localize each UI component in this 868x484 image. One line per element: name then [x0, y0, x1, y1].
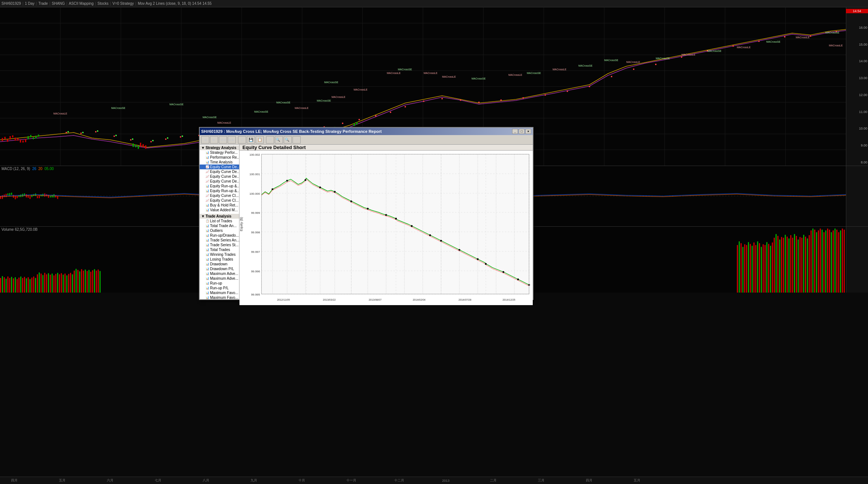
close-button[interactable]: × [525, 129, 531, 134]
tree-item-label-0: Strategy Perfor... [210, 151, 238, 155]
tree-item-equity-curve-2[interactable]: 📈 Equity Curve De... [200, 169, 239, 174]
svg-rect-160 [44, 273, 45, 293]
tree-item-max-adv-2[interactable]: 📊 Maximum Adve... [200, 276, 239, 281]
svg-rect-143 [13, 278, 14, 293]
svg-rect-206 [764, 245, 766, 293]
svg-text:100.001: 100.001 [249, 173, 260, 176]
tree-item-list-trades[interactable]: 📋 List of Trades [200, 219, 239, 223]
toolbar-btn-2[interactable]: ▶ [210, 136, 218, 144]
svg-point-96 [115, 135, 117, 136]
svg-rect-240 [827, 229, 828, 293]
toolbar-btn-8[interactable]: ⚙ [266, 136, 274, 144]
svg-rect-172 [66, 275, 67, 293]
tree-item-total-trades[interactable]: 📊 Total Trades [200, 247, 239, 252]
tree-item-equity-cl-2[interactable]: 📈 Equity Curve Cl... [200, 198, 239, 203]
tree-icon-10: 📈 [206, 199, 209, 202]
toolbar-btn-5[interactable]: 🖨 [238, 136, 246, 144]
svg-text:99.998: 99.998 [251, 231, 260, 234]
svg-rect-214 [779, 240, 780, 293]
tree-item-max-fav-1[interactable]: 📊 Maximum Favo... [200, 290, 239, 295]
toolbar-btn-11[interactable]: ↺ [293, 136, 301, 144]
tree-item-time-analysis[interactable]: 📊 Time Analysis [200, 160, 239, 165]
svg-rect-194 [742, 247, 743, 293]
svg-rect-237 [822, 230, 823, 293]
strategy-sidebar[interactable]: ▼ Strategy Analysis 📊 Strategy Perfor...… [200, 145, 239, 299]
strategy-performance-window: SH#601929 : MovAvg Cross LE; MovAvg Cros… [199, 127, 533, 300]
tree-item-equity-curve-1[interactable]: 📈 Equity Curve De... [200, 165, 239, 169]
svg-text:100.000: 100.000 [249, 192, 260, 195]
tree-icon-8: 📊 [206, 189, 209, 192]
minimize-button[interactable]: _ [512, 129, 518, 134]
strategy-titlebar[interactable]: SH#601929 : MovAvg Cross LE; MovAvg Cros… [200, 128, 533, 135]
svg-rect-150 [26, 278, 27, 293]
tree-item-trade-series-2[interactable]: 📊 Trade Series St... [200, 243, 239, 247]
svg-rect-168 [59, 274, 60, 293]
tree-icon-1: 📊 [206, 156, 209, 159]
strategy-analysis-section: ▼ Strategy Analysis 📊 Strategy Perfor...… [200, 145, 239, 213]
tree-icon-4: 📈 [206, 170, 209, 173]
tree-item-total-trade-an[interactable]: 📊 Total Trade An... [200, 223, 239, 228]
tree-item-equity-runup-1[interactable]: 📊 Equity Run-up &... [200, 184, 239, 188]
tree-item-label-5: Equity Curve De... [210, 174, 239, 179]
price-y-axis: 17.00 16.00 15.00 14.54 14.00 13.00 12.0… [846, 7, 868, 166]
svg-rect-24 [7, 139, 8, 142]
price-level-9: 9.00 [847, 144, 867, 147]
tree-item-equity-cl-1[interactable]: 📈 Equity Curve Cl... [200, 193, 239, 198]
market-label: SHANG [52, 1, 65, 6]
trade-annotation: MACrossSE [604, 59, 618, 61]
toolbar-btn-7[interactable]: 📋 [256, 136, 264, 144]
strategy-analysis-header[interactable]: ▼ Strategy Analysis [200, 145, 239, 150]
svg-point-80 [545, 94, 546, 96]
svg-rect-137 [2, 276, 3, 293]
tree-item-strategy-perf[interactable]: 📊 Strategy Perfor... [200, 150, 239, 155]
toolbar-btn-4[interactable]: ▶▶ [228, 136, 236, 144]
tree-item-runup-pl[interactable]: 📊 Run-up P/L [200, 286, 239, 290]
svg-rect-198 [750, 244, 751, 293]
svg-rect-51 [354, 123, 355, 126]
tree-item-runup-drawdown[interactable]: 📊 Run-up/Drawdo... [200, 233, 239, 238]
tree-item-equity-curve-3[interactable]: 📈 Equity Curve De... [200, 174, 239, 179]
tree-item-label-8: Equity Run-up &... [210, 189, 239, 193]
toolbar-btn-9[interactable]: 🔍+ [275, 136, 283, 144]
tree-item-equity-curve-4[interactable]: 📈 Equity Curve De... [200, 179, 239, 184]
window-controls[interactable]: _ □ × [512, 129, 531, 134]
trade-annotation: MACrossSE [766, 40, 780, 43]
tree-item-buy-hold[interactable]: 📊 Buy & Hold Ret... [200, 203, 239, 208]
tree-item-outliers[interactable]: 📊 Outliers [200, 228, 239, 233]
svg-rect-38 [28, 136, 29, 139]
svg-point-90 [784, 36, 785, 38]
trade-analysis-header[interactable]: ▼ Trade Analysis [200, 214, 239, 219]
svg-rect-208 [768, 244, 769, 293]
tree-item-winning-trades[interactable]: 📊 Winning Trades [200, 252, 239, 257]
tree-item-losing-trades[interactable]: 📊 Losing Trades [200, 257, 239, 262]
svg-point-77 [478, 102, 480, 103]
tree-item-value-added[interactable]: 📊 Value Added M... [200, 208, 239, 212]
maximize-button[interactable]: □ [519, 129, 525, 134]
price-level-2: 16.00 [847, 26, 867, 29]
svg-rect-215 [781, 237, 782, 293]
svg-rect-148 [22, 278, 23, 293]
svg-point-297 [503, 271, 504, 273]
tree-item-max-adv-1[interactable]: 📊 Maximum Adve... [200, 271, 239, 276]
svg-point-73 [405, 106, 406, 107]
tree-item-drawdown[interactable]: 📊 Drawdown [200, 262, 239, 266]
toolbar-btn-10[interactable]: 🔍- [284, 136, 292, 144]
svg-rect-173 [68, 274, 69, 293]
toolbar-btn-6[interactable]: 💾 [247, 136, 255, 144]
toolbar-btn-1[interactable]: ◀ [201, 136, 209, 144]
tree-item-perf-report[interactable]: 📊 Performance Re... [200, 155, 239, 160]
tree-item-runup[interactable]: 📊 Run-up [200, 281, 239, 286]
toolbar-btn-3[interactable]: ◀◀ [219, 136, 227, 144]
tree-item-equity-runup-2[interactable]: 📊 Equity Run-up &... [200, 188, 239, 193]
svg-point-86 [681, 56, 682, 58]
svg-point-72 [390, 112, 391, 113]
svg-point-79 [522, 97, 524, 99]
tree-item-max-fav-2[interactable]: 📊 Maximum Favo... [200, 295, 239, 299]
svg-rect-231 [811, 230, 812, 293]
trade-annotation: MACrossSE [111, 107, 125, 109]
tree-item-trade-series-1[interactable]: 📊 Trade Series An... [200, 238, 239, 243]
svg-rect-234 [816, 232, 817, 293]
tree-item-drawdown-pl[interactable]: 📊 Drawdown P/L [200, 266, 239, 271]
svg-rect-155 [35, 278, 36, 293]
svg-rect-174 [70, 273, 71, 293]
